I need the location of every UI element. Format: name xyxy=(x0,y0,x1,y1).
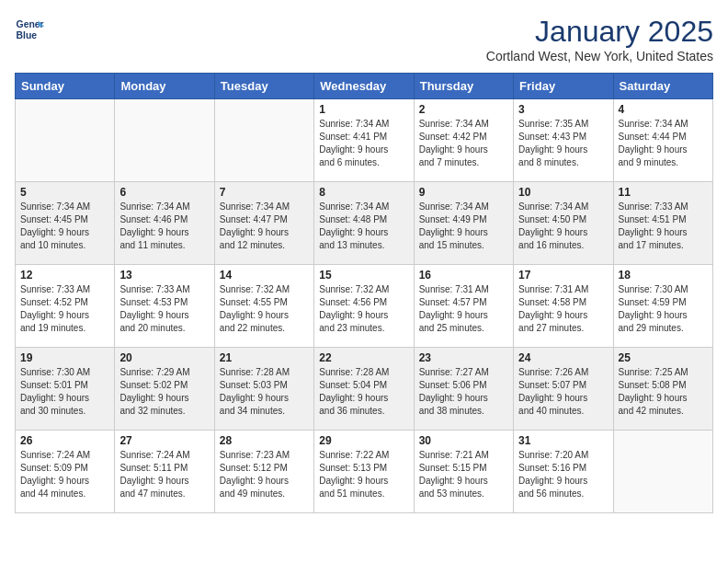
day-info: Sunrise: 7:34 AM Sunset: 4:44 PM Dayligh… xyxy=(619,118,708,169)
day-number: 4 xyxy=(619,103,708,116)
calendar-day-cell: 28Sunrise: 7:23 AM Sunset: 5:12 PM Dayli… xyxy=(214,431,313,513)
calendar-week-row: 1Sunrise: 7:34 AM Sunset: 4:41 PM Daylig… xyxy=(16,99,713,182)
calendar-day-cell: 3Sunrise: 7:35 AM Sunset: 4:43 PM Daylig… xyxy=(514,99,613,182)
calendar-day-cell: 10Sunrise: 7:34 AM Sunset: 4:50 PM Dayli… xyxy=(514,182,613,265)
day-info: Sunrise: 7:33 AM Sunset: 4:51 PM Dayligh… xyxy=(619,201,708,252)
day-number: 16 xyxy=(419,269,508,282)
svg-text:Blue: Blue xyxy=(17,30,38,40)
calendar-day-cell: 30Sunrise: 7:21 AM Sunset: 5:15 PM Dayli… xyxy=(414,431,513,513)
day-info: Sunrise: 7:34 AM Sunset: 4:45 PM Dayligh… xyxy=(20,201,109,252)
calendar-day-cell: 9Sunrise: 7:34 AM Sunset: 4:49 PM Daylig… xyxy=(414,182,513,265)
calendar-day-cell: 14Sunrise: 7:32 AM Sunset: 4:55 PM Dayli… xyxy=(214,265,313,348)
day-number: 2 xyxy=(419,103,508,116)
day-info: Sunrise: 7:22 AM Sunset: 5:13 PM Dayligh… xyxy=(319,449,408,500)
weekday-header-monday: Monday xyxy=(115,74,214,99)
day-info: Sunrise: 7:29 AM Sunset: 5:02 PM Dayligh… xyxy=(119,366,209,418)
location-title: Cortland West, New York, United States xyxy=(486,49,713,63)
day-number: 14 xyxy=(220,269,309,282)
day-info: Sunrise: 7:34 AM Sunset: 4:47 PM Dayligh… xyxy=(220,201,309,252)
weekday-header-tuesday: Tuesday xyxy=(214,74,313,99)
calendar-day-cell: 18Sunrise: 7:30 AM Sunset: 4:59 PM Dayli… xyxy=(613,265,712,348)
page-header: General Blue January 2025 Cortland West,… xyxy=(15,15,713,63)
calendar-week-row: 5Sunrise: 7:34 AM Sunset: 4:45 PM Daylig… xyxy=(16,182,713,265)
day-number: 17 xyxy=(518,269,608,282)
day-number: 15 xyxy=(319,269,408,282)
calendar-day-cell: 16Sunrise: 7:31 AM Sunset: 4:57 PM Dayli… xyxy=(414,265,513,348)
day-number: 7 xyxy=(220,186,309,199)
day-info: Sunrise: 7:33 AM Sunset: 4:53 PM Dayligh… xyxy=(119,283,209,335)
calendar-day-cell: 22Sunrise: 7:28 AM Sunset: 5:04 PM Dayli… xyxy=(314,348,414,431)
day-info: Sunrise: 7:25 AM Sunset: 5:08 PM Dayligh… xyxy=(619,366,708,418)
day-info: Sunrise: 7:23 AM Sunset: 5:12 PM Dayligh… xyxy=(220,449,309,500)
calendar-table: SundayMondayTuesdayWednesdayThursdayFrid… xyxy=(15,73,713,513)
day-number: 6 xyxy=(119,186,209,199)
day-number: 10 xyxy=(518,186,608,199)
logo-icon: General Blue xyxy=(15,15,44,44)
day-info: Sunrise: 7:33 AM Sunset: 4:52 PM Dayligh… xyxy=(20,283,109,335)
calendar-day-cell: 19Sunrise: 7:30 AM Sunset: 5:01 PM Dayli… xyxy=(16,348,115,431)
calendar-day-cell: 2Sunrise: 7:34 AM Sunset: 4:42 PM Daylig… xyxy=(414,99,513,182)
day-info: Sunrise: 7:34 AM Sunset: 4:49 PM Dayligh… xyxy=(419,201,508,252)
day-number: 20 xyxy=(119,351,209,364)
day-info: Sunrise: 7:34 AM Sunset: 4:48 PM Dayligh… xyxy=(319,201,408,252)
day-number: 19 xyxy=(20,351,109,364)
day-number: 11 xyxy=(619,186,708,199)
day-number: 13 xyxy=(119,269,209,282)
day-info: Sunrise: 7:21 AM Sunset: 5:15 PM Dayligh… xyxy=(419,449,508,500)
calendar-week-row: 12Sunrise: 7:33 AM Sunset: 4:52 PM Dayli… xyxy=(16,265,713,348)
calendar-day-cell xyxy=(214,99,313,182)
calendar-day-cell: 13Sunrise: 7:33 AM Sunset: 4:53 PM Dayli… xyxy=(115,265,214,348)
calendar-day-cell: 15Sunrise: 7:32 AM Sunset: 4:56 PM Dayli… xyxy=(314,265,414,348)
day-info: Sunrise: 7:31 AM Sunset: 4:58 PM Dayligh… xyxy=(518,283,608,335)
day-number: 1 xyxy=(319,103,408,116)
day-number: 22 xyxy=(319,351,408,364)
calendar-day-cell: 5Sunrise: 7:34 AM Sunset: 4:45 PM Daylig… xyxy=(16,182,115,265)
month-title: January 2025 xyxy=(486,15,713,49)
title-area: January 2025 Cortland West, New York, Un… xyxy=(486,15,713,63)
weekday-header-friday: Friday xyxy=(514,74,613,99)
day-info: Sunrise: 7:35 AM Sunset: 4:43 PM Dayligh… xyxy=(518,118,608,169)
day-number: 21 xyxy=(220,351,309,364)
day-number: 28 xyxy=(220,434,309,447)
calendar-day-cell: 1Sunrise: 7:34 AM Sunset: 4:41 PM Daylig… xyxy=(314,99,414,182)
day-info: Sunrise: 7:24 AM Sunset: 5:11 PM Dayligh… xyxy=(119,449,209,500)
day-info: Sunrise: 7:34 AM Sunset: 4:46 PM Dayligh… xyxy=(119,201,209,252)
day-info: Sunrise: 7:32 AM Sunset: 4:55 PM Dayligh… xyxy=(220,283,309,335)
day-number: 26 xyxy=(20,434,109,447)
calendar-day-cell xyxy=(115,99,214,182)
calendar-week-row: 19Sunrise: 7:30 AM Sunset: 5:01 PM Dayli… xyxy=(16,348,713,431)
day-info: Sunrise: 7:30 AM Sunset: 5:01 PM Dayligh… xyxy=(20,366,109,418)
calendar-day-cell: 23Sunrise: 7:27 AM Sunset: 5:06 PM Dayli… xyxy=(414,348,513,431)
calendar-day-cell: 25Sunrise: 7:25 AM Sunset: 5:08 PM Dayli… xyxy=(613,348,712,431)
day-info: Sunrise: 7:24 AM Sunset: 5:09 PM Dayligh… xyxy=(20,449,109,500)
weekday-header-wednesday: Wednesday xyxy=(314,74,414,99)
day-number: 24 xyxy=(518,351,608,364)
calendar-day-cell: 4Sunrise: 7:34 AM Sunset: 4:44 PM Daylig… xyxy=(613,99,712,182)
day-number: 29 xyxy=(319,434,408,447)
calendar-day-cell: 29Sunrise: 7:22 AM Sunset: 5:13 PM Dayli… xyxy=(314,431,414,513)
day-info: Sunrise: 7:28 AM Sunset: 5:03 PM Dayligh… xyxy=(220,366,309,418)
calendar-day-cell: 12Sunrise: 7:33 AM Sunset: 4:52 PM Dayli… xyxy=(16,265,115,348)
calendar-day-cell: 20Sunrise: 7:29 AM Sunset: 5:02 PM Dayli… xyxy=(115,348,214,431)
weekday-header-sunday: Sunday xyxy=(16,74,115,99)
calendar-day-cell: 11Sunrise: 7:33 AM Sunset: 4:51 PM Dayli… xyxy=(613,182,712,265)
day-number: 3 xyxy=(518,103,608,116)
calendar-day-cell: 26Sunrise: 7:24 AM Sunset: 5:09 PM Dayli… xyxy=(16,431,115,513)
calendar-day-cell: 21Sunrise: 7:28 AM Sunset: 5:03 PM Dayli… xyxy=(214,348,313,431)
day-number: 9 xyxy=(419,186,508,199)
calendar-week-row: 26Sunrise: 7:24 AM Sunset: 5:09 PM Dayli… xyxy=(16,431,713,513)
day-number: 18 xyxy=(619,269,708,282)
calendar-day-cell: 6Sunrise: 7:34 AM Sunset: 4:46 PM Daylig… xyxy=(115,182,214,265)
logo: General Blue xyxy=(15,15,44,44)
day-number: 5 xyxy=(20,186,109,199)
day-info: Sunrise: 7:26 AM Sunset: 5:07 PM Dayligh… xyxy=(518,366,608,418)
day-number: 30 xyxy=(419,434,508,447)
day-info: Sunrise: 7:20 AM Sunset: 5:16 PM Dayligh… xyxy=(518,449,608,500)
weekday-header-saturday: Saturday xyxy=(613,74,712,99)
day-info: Sunrise: 7:30 AM Sunset: 4:59 PM Dayligh… xyxy=(619,283,708,335)
day-info: Sunrise: 7:28 AM Sunset: 5:04 PM Dayligh… xyxy=(319,366,408,418)
day-info: Sunrise: 7:34 AM Sunset: 4:41 PM Dayligh… xyxy=(319,118,408,169)
calendar-day-cell xyxy=(613,431,712,513)
calendar-day-cell: 27Sunrise: 7:24 AM Sunset: 5:11 PM Dayli… xyxy=(115,431,214,513)
calendar-day-cell: 7Sunrise: 7:34 AM Sunset: 4:47 PM Daylig… xyxy=(214,182,313,265)
